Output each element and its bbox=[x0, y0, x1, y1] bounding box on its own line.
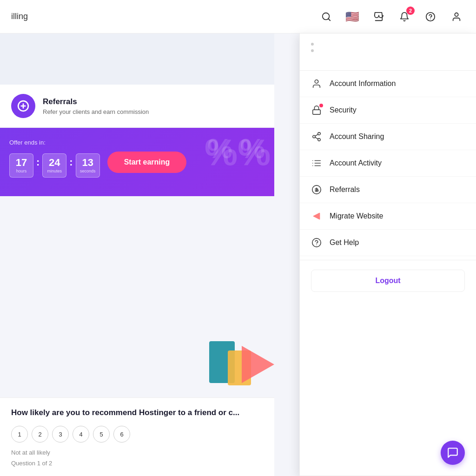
header-dot-1 bbox=[311, 43, 314, 46]
survey-card: How likely are you to recommend Hostinge… bbox=[0, 397, 274, 476]
svg-marker-11 bbox=[242, 346, 274, 383]
menu-item-account-sharing[interactable]: Account Sharing bbox=[300, 124, 476, 150]
chat-bubble[interactable] bbox=[441, 441, 465, 465]
referrals-subtitle: Refer your clients and earn commission bbox=[43, 108, 149, 115]
search-icon[interactable] bbox=[318, 8, 335, 25]
rating-3[interactable]: 3 bbox=[52, 426, 69, 443]
lock-icon bbox=[311, 105, 322, 116]
promo-banner: Offer ends in: 17 hours : 24 minutes : 1… bbox=[0, 128, 274, 196]
minutes-value: 24 bbox=[49, 158, 60, 168]
menu-item-account-activity[interactable]: Account Activity bbox=[300, 150, 476, 177]
get-help-label: Get Help bbox=[330, 238, 359, 247]
logout-button[interactable]: Logout bbox=[311, 270, 465, 292]
menu-item-get-help[interactable]: Get Help bbox=[300, 230, 476, 256]
migrate-label: Migrate Website bbox=[330, 212, 383, 220]
notifications-icon[interactable]: 2 bbox=[396, 8, 413, 25]
menu-item-account-info[interactable]: Account Information bbox=[300, 71, 476, 97]
survey-question: How likely are you to recommend Hostinge… bbox=[11, 407, 263, 418]
security-label: Security bbox=[330, 106, 357, 114]
account-sharing-label: Account Sharing bbox=[330, 132, 384, 141]
survey-progress: Question 1 of 2 bbox=[11, 460, 263, 467]
illustration bbox=[200, 337, 274, 392]
account-info-label: Account Information bbox=[330, 79, 396, 88]
svg-marker-27 bbox=[314, 213, 320, 219]
menu-item-referrals[interactable]: Referrals bbox=[300, 177, 476, 203]
dropdown-menu: Account Information Security Account Sha… bbox=[299, 33, 476, 476]
rating-row: 1 2 3 4 5 6 bbox=[11, 426, 263, 443]
seconds-label: seconds bbox=[80, 169, 96, 173]
migrate-icon bbox=[311, 211, 322, 222]
list-icon bbox=[311, 158, 322, 169]
referrals-card: Referrals Refer your clients and earn co… bbox=[0, 85, 274, 128]
sep-2: : bbox=[69, 156, 73, 168]
svg-line-17 bbox=[315, 137, 318, 139]
rating-1[interactable]: 1 bbox=[11, 426, 28, 443]
referrals-card-icon bbox=[11, 94, 35, 118]
start-earning-button[interactable]: Start earning bbox=[107, 152, 187, 173]
top-nav: illing 🇺🇸 2 bbox=[0, 0, 476, 33]
store-icon[interactable] bbox=[370, 8, 387, 25]
minutes-block: 24 minutes bbox=[42, 153, 66, 178]
svg-point-28 bbox=[312, 238, 321, 247]
hours-value: 17 bbox=[16, 158, 27, 168]
person-icon bbox=[311, 78, 322, 89]
nav-icons: 🇺🇸 2 bbox=[318, 8, 465, 25]
referrals-menu-label: Referrals bbox=[330, 185, 360, 194]
nav-title: illing bbox=[11, 12, 28, 21]
rating-2[interactable]: 2 bbox=[32, 426, 48, 443]
seconds-block: 13 seconds bbox=[76, 153, 100, 178]
dropdown-header bbox=[300, 33, 476, 71]
svg-rect-13 bbox=[313, 110, 321, 114]
menu-item-security[interactable]: Security bbox=[300, 97, 476, 124]
hours-label: hours bbox=[16, 169, 27, 173]
rating-5[interactable]: 5 bbox=[93, 426, 110, 443]
menu-item-migrate[interactable]: Migrate Website bbox=[300, 203, 476, 230]
flag-icon[interactable]: 🇺🇸 bbox=[344, 8, 361, 25]
header-dot-2 bbox=[311, 49, 314, 52]
help-icon[interactable] bbox=[422, 8, 439, 25]
svg-line-18 bbox=[315, 134, 318, 136]
rating-4[interactable]: 4 bbox=[73, 426, 89, 443]
question-icon bbox=[311, 237, 322, 248]
svg-point-4 bbox=[455, 13, 458, 16]
security-dot bbox=[319, 104, 323, 107]
account-activity-label: Account Activity bbox=[330, 159, 382, 167]
logout-section: Logout bbox=[300, 260, 476, 301]
profile-icon[interactable] bbox=[448, 8, 465, 25]
main-content: Referrals Refer your clients and earn co… bbox=[0, 33, 274, 476]
svg-text:%%: %% bbox=[205, 132, 270, 173]
notification-badge: 2 bbox=[406, 7, 415, 15]
hours-block: 17 hours bbox=[9, 153, 33, 178]
dollar-icon bbox=[311, 184, 322, 195]
svg-point-12 bbox=[315, 80, 318, 83]
rating-6[interactable]: 6 bbox=[113, 426, 130, 443]
seconds-value: 13 bbox=[82, 158, 93, 168]
not-likely-label: Not at all likely bbox=[11, 449, 263, 456]
referrals-text: Referrals Refer your clients and earn co… bbox=[43, 97, 149, 115]
referrals-title: Referrals bbox=[43, 97, 149, 106]
share-icon bbox=[311, 131, 322, 142]
svg-line-1 bbox=[328, 19, 330, 20]
sep-1: : bbox=[36, 156, 40, 168]
gray-banner bbox=[0, 33, 274, 85]
minutes-label: minutes bbox=[47, 169, 62, 173]
